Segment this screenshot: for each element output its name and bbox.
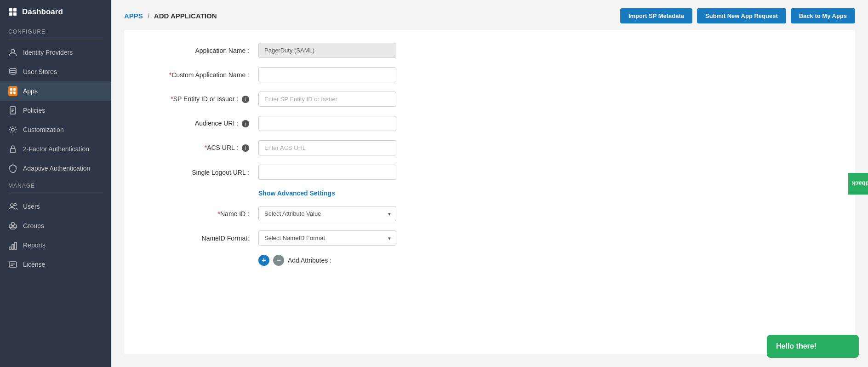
svg-rect-7 [13, 88, 16, 91]
sidebar-label-groups: Groups [23, 222, 44, 229]
import-sp-metadata-button[interactable]: Import SP Metadata [620, 8, 692, 23]
nameid-format-select[interactable]: Select NameID Format urn:oasis:names:tc:… [258, 230, 396, 246]
breadcrumb-apps[interactable]: APPS [124, 12, 143, 20]
sidebar-item-customization[interactable]: Customization [0, 120, 111, 139]
svg-rect-6 [10, 88, 12, 91]
configure-divider [8, 40, 103, 40]
configure-section: Configure [0, 24, 111, 37]
custom-app-name-label: *Custom Application Name : [139, 71, 249, 79]
audience-uri-row: Audience URI : i [139, 116, 840, 131]
nameid-format-label: NameID Format: [139, 235, 249, 242]
sidebar-item-adaptive-auth[interactable]: Adaptive Authentication [0, 159, 111, 178]
sidebar-label-reports: Reports [23, 241, 46, 249]
manage-section: Manage [0, 178, 111, 191]
add-attribute-button[interactable]: + [258, 255, 269, 266]
svg-rect-28 [9, 262, 17, 267]
application-name-input [258, 43, 396, 58]
sidebar-item-user-stores[interactable]: User Stores [0, 62, 111, 81]
name-id-label: *Name ID : [139, 210, 249, 218]
topbar: APPS / ADD APPLICATION Import SP Metadat… [111, 0, 868, 30]
sidebar: Dashboard Configure Identity Providers U… [0, 0, 111, 367]
sidebar-item-apps[interactable]: Apps [0, 81, 111, 101]
svg-rect-15 [11, 149, 15, 153]
remove-attribute-button[interactable]: − [273, 255, 284, 266]
single-logout-input[interactable] [258, 165, 396, 180]
sp-entity-info-icon[interactable]: i [242, 96, 249, 103]
svg-rect-1 [13, 8, 17, 11]
sidebar-label-customization: Customization [23, 126, 64, 133]
user-stores-icon [8, 67, 17, 76]
users-icon [8, 202, 17, 211]
name-id-row: *Name ID : Select Attribute Value Email … [139, 206, 840, 221]
sidebar-label-license: License [23, 261, 45, 268]
sidebar-item-reports[interactable]: Reports [0, 235, 111, 255]
policies-icon [8, 106, 17, 115]
custom-app-name-input[interactable] [258, 67, 396, 82]
svg-point-4 [11, 49, 15, 53]
acs-url-info-icon[interactable]: i [242, 144, 249, 152]
breadcrumb-current: ADD APPLICATION [154, 12, 217, 20]
svg-rect-3 [13, 12, 17, 16]
submit-new-app-request-button[interactable]: Submit New App Request [697, 8, 786, 23]
application-name-label: Application Name : [139, 47, 249, 54]
dashboard-label: Dashboard [22, 7, 63, 17]
application-name-row: Application Name : document.currentScrip… [139, 43, 840, 58]
sidebar-item-identity-providers[interactable]: Identity Providers [0, 43, 111, 62]
reports-icon [8, 241, 17, 250]
dashboard-icon [8, 7, 17, 17]
svg-rect-8 [10, 92, 12, 94]
customization-icon [8, 125, 17, 134]
groups-icon [8, 221, 17, 230]
dashboard-menu-item[interactable]: Dashboard [0, 0, 111, 24]
show-advanced-settings-link[interactable]: Show Advanced Settings [258, 189, 335, 197]
sidebar-label-users: Users [23, 203, 40, 210]
sp-entity-label: *SP Entity ID or Issuer : i [139, 95, 249, 103]
sidebar-label-policies: Policies [23, 107, 45, 114]
single-logout-row: Single Logout URL : [139, 165, 840, 180]
breadcrumb: APPS / ADD APPLICATION [124, 12, 217, 20]
breadcrumb-separator: / [148, 12, 149, 20]
svg-point-5 [10, 69, 16, 71]
topbar-buttons: Import SP Metadata Submit New App Reques… [620, 8, 855, 23]
acs-url-row: *ACS URL : i [139, 140, 840, 155]
send-feedback-tab[interactable]: Send Feedback [848, 173, 868, 195]
license-icon [8, 260, 17, 269]
sidebar-label-user-stores: User Stores [23, 68, 57, 75]
svg-point-17 [14, 204, 17, 206]
manage-divider [8, 194, 103, 194]
sidebar-label-2fa: 2-Factor Authentication [23, 145, 89, 153]
hello-popup[interactable]: Hello there! [767, 335, 859, 358]
sp-entity-row: *SP Entity ID or Issuer : i [139, 92, 840, 107]
sidebar-item-policies[interactable]: Policies [0, 101, 111, 120]
svg-rect-27 [15, 242, 17, 249]
2fa-icon [8, 144, 17, 154]
identity-providers-icon [8, 48, 17, 57]
hello-popup-text: Hello there! [776, 342, 817, 350]
adaptive-auth-icon [8, 164, 17, 173]
name-id-select-wrapper: Select Attribute Value Email Username Us… [258, 206, 396, 221]
sidebar-item-license[interactable]: License [0, 255, 111, 274]
svg-rect-0 [9, 8, 12, 11]
sidebar-label-apps: Apps [23, 87, 38, 95]
sidebar-label-identity-providers: Identity Providers [23, 49, 73, 56]
sidebar-item-groups[interactable]: Groups [0, 216, 111, 235]
main-content: APPS / ADD APPLICATION Import SP Metadat… [111, 0, 868, 367]
sidebar-item-2fa[interactable]: 2-Factor Authentication [0, 139, 111, 159]
nameid-format-select-wrapper: Select NameID Format urn:oasis:names:tc:… [258, 230, 396, 246]
nameid-format-row: NameID Format: Select NameID Format urn:… [139, 230, 840, 246]
apps-icon [8, 86, 17, 96]
audience-uri-input[interactable] [258, 116, 396, 131]
audience-uri-info-icon[interactable]: i [242, 120, 249, 127]
back-to-my-apps-button[interactable]: Back to My Apps [791, 8, 855, 23]
svg-rect-2 [9, 12, 12, 16]
single-logout-label: Single Logout URL : [139, 169, 249, 176]
acs-url-input[interactable] [258, 140, 396, 155]
svg-point-14 [11, 128, 14, 131]
svg-rect-26 [12, 245, 14, 249]
svg-rect-9 [13, 92, 16, 94]
add-attributes-label: Add Attributes : [288, 257, 331, 264]
add-application-form: Application Name : document.currentScrip… [124, 30, 855, 354]
name-id-select[interactable]: Select Attribute Value Email Username Us… [258, 206, 396, 221]
sp-entity-input[interactable] [258, 92, 396, 107]
sidebar-item-users[interactable]: Users [0, 197, 111, 216]
